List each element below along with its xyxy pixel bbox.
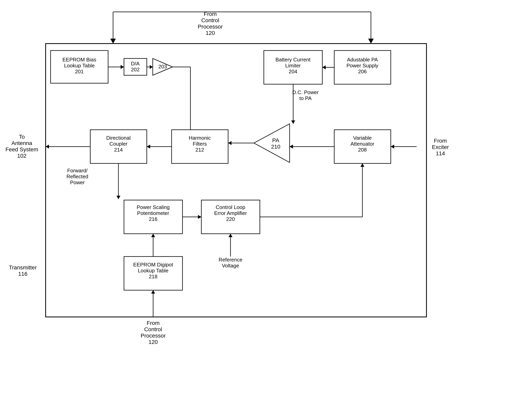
svg-text:Adustable PA: Adustable PA — [347, 57, 378, 62]
svg-text:Power: Power — [70, 179, 85, 185]
svg-text:Power Scaling: Power Scaling — [137, 204, 170, 210]
svg-text:D.C. Power: D.C. Power — [292, 89, 319, 95]
svg-text:220: 220 — [226, 216, 235, 222]
svg-text:EEPROM Digipot: EEPROM Digipot — [133, 262, 173, 268]
svg-text:Control Loop: Control Loop — [216, 204, 245, 210]
svg-text:216: 216 — [149, 216, 157, 222]
svg-text:From: From — [204, 11, 217, 17]
svg-text:From: From — [147, 320, 160, 326]
svg-marker-30 — [228, 141, 231, 145]
svg-text:Exciter: Exciter — [432, 144, 449, 150]
svg-text:Control: Control — [201, 17, 219, 23]
svg-marker-51 — [229, 234, 233, 237]
svg-text:D/A: D/A — [131, 61, 140, 67]
svg-marker-8 — [121, 65, 124, 69]
svg-text:Transmitter: Transmitter — [9, 264, 37, 271]
svg-marker-4 — [110, 39, 116, 44]
svg-text:Battery Current: Battery Current — [276, 57, 311, 62]
svg-text:208: 208 — [358, 147, 367, 153]
svg-text:Variable: Variable — [353, 135, 372, 141]
svg-text:Antenna: Antenna — [11, 140, 32, 146]
svg-marker-35 — [46, 145, 49, 149]
svg-text:218: 218 — [149, 274, 157, 280]
svg-text:EEPROM Bias: EEPROM Bias — [63, 57, 96, 62]
svg-text:PA: PA — [272, 137, 279, 143]
svg-text:From: From — [434, 138, 447, 144]
svg-text:214: 214 — [114, 147, 122, 153]
svg-marker-19 — [322, 65, 326, 69]
svg-text:Processor: Processor — [198, 24, 223, 30]
svg-text:Reference: Reference — [218, 257, 242, 263]
svg-text:114: 114 — [436, 150, 445, 156]
svg-text:202: 202 — [131, 67, 139, 73]
svg-marker-40 — [198, 215, 201, 219]
svg-text:Attenuator: Attenuator — [351, 141, 374, 147]
diagram-svg: EEPROM Bias Lookup Table 201 D/A 202 203… — [0, 0, 532, 394]
svg-text:201: 201 — [75, 68, 84, 74]
svg-text:203: 203 — [158, 64, 167, 70]
svg-text:Processor: Processor — [141, 333, 166, 339]
svg-rect-0 — [46, 44, 426, 317]
svg-text:210: 210 — [271, 144, 281, 150]
svg-marker-37 — [117, 196, 120, 199]
svg-text:Harmonic: Harmonic — [189, 135, 211, 141]
svg-text:120: 120 — [206, 30, 215, 36]
svg-marker-33 — [147, 145, 150, 149]
svg-text:Lookup Table: Lookup Table — [138, 268, 168, 274]
svg-text:Control: Control — [144, 326, 162, 332]
svg-text:Lookup Table: Lookup Table — [64, 62, 95, 68]
svg-text:120: 120 — [149, 339, 158, 345]
svg-text:Voltage: Voltage — [222, 263, 239, 269]
svg-text:Filters: Filters — [193, 141, 207, 147]
svg-marker-21 — [291, 120, 295, 124]
svg-text:Potentiometer: Potentiometer — [137, 210, 169, 216]
svg-marker-22 — [254, 124, 290, 162]
svg-marker-49 — [151, 290, 155, 294]
svg-text:204: 204 — [289, 68, 297, 74]
svg-text:116: 116 — [18, 271, 27, 277]
svg-marker-47 — [151, 234, 155, 237]
svg-text:Coupler: Coupler — [109, 141, 127, 147]
svg-text:To: To — [19, 134, 25, 140]
svg-marker-11 — [150, 65, 153, 69]
svg-text:212: 212 — [195, 147, 204, 153]
svg-marker-5 — [368, 39, 374, 44]
svg-text:Reflected: Reflected — [66, 174, 88, 179]
svg-text:Feed System: Feed System — [5, 146, 38, 153]
svg-text:Power Supply: Power Supply — [346, 62, 378, 68]
svg-text:Error Amplifier: Error Amplifier — [214, 210, 247, 216]
svg-marker-27 — [391, 145, 394, 149]
svg-text:Forward/: Forward/ — [67, 168, 88, 174]
svg-text:206: 206 — [358, 68, 367, 74]
diagram-container: EEPROM Bias Lookup Table 201 D/A 202 203… — [0, 0, 532, 394]
svg-text:102: 102 — [17, 153, 27, 159]
svg-marker-44 — [360, 163, 364, 167]
svg-text:Directional: Directional — [106, 135, 131, 141]
svg-text:Limiter: Limiter — [285, 62, 301, 68]
svg-text:to PA: to PA — [299, 95, 312, 101]
svg-marker-25 — [290, 145, 293, 149]
